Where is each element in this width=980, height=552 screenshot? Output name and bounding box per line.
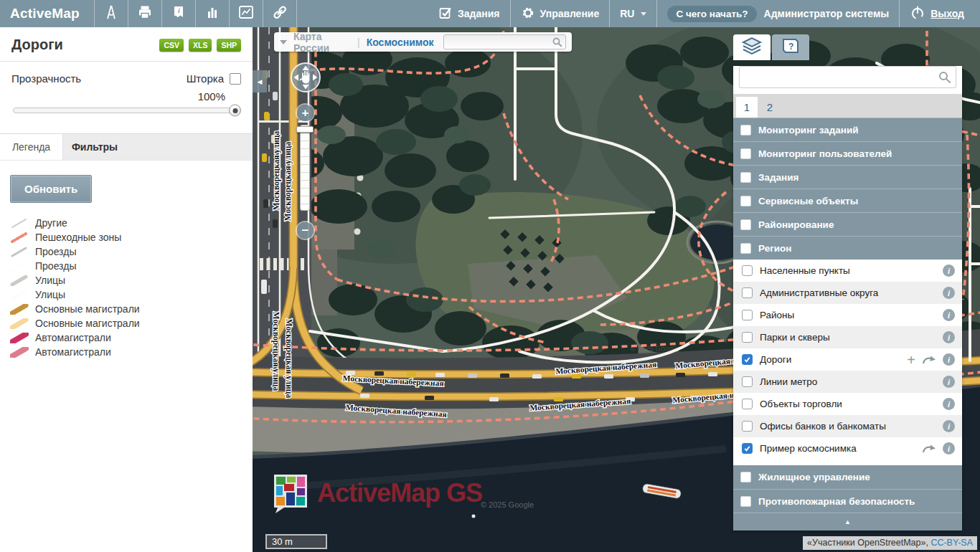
layer-item-row[interactable]: Населенные пунктыi	[733, 260, 962, 282]
tab-map-legend-help[interactable]: ?	[772, 34, 809, 60]
refresh-button[interactable]: Обновить	[10, 175, 92, 203]
language-selector[interactable]: RU	[610, 0, 656, 27]
tab-filters[interactable]: Фильтры	[63, 134, 126, 160]
measure-tool-button[interactable]	[95, 0, 128, 27]
tab-legend[interactable]: Легенда	[0, 134, 63, 160]
add-object-icon[interactable]: +	[907, 353, 915, 367]
zoom-to-layer-icon[interactable]	[922, 355, 936, 365]
layer-group-row[interactable]: Регион	[733, 236, 962, 260]
zoom-slider-track[interactable]	[300, 125, 310, 211]
search-icon[interactable]	[938, 70, 952, 87]
layer-group-checkbox[interactable]	[740, 472, 751, 482]
layer-info-icon[interactable]: i	[943, 420, 955, 432]
attribution: «Участники OpenStreetMap», CC-BY-SA	[803, 536, 977, 550]
layer-checkbox[interactable]	[742, 287, 753, 298]
export-shp-badge[interactable]: SHP	[217, 39, 241, 52]
layer-group-row[interactable]: Мониторинг пользователей	[733, 141, 962, 165]
layer-group-checkbox[interactable]	[740, 219, 751, 230]
layer-page-tab-1[interactable]: 1	[736, 97, 758, 118]
layer-row-actions: i	[943, 398, 955, 410]
logout-button[interactable]: Выход	[900, 0, 980, 27]
layer-group-checkbox[interactable]	[740, 148, 751, 159]
pan-control[interactable]	[290, 62, 321, 96]
layer-group-row[interactable]: Мониторинг заданий	[733, 118, 962, 141]
layer-checkbox[interactable]	[742, 354, 753, 365]
search-icon[interactable]	[552, 37, 563, 51]
layer-item-row[interactable]: Линии метроi	[733, 371, 962, 393]
management-menu-button[interactable]: Управление	[511, 0, 610, 27]
transparency-slider[interactable]	[13, 108, 240, 113]
legend-item: Улицы	[10, 273, 242, 287]
layer-checkbox[interactable]	[742, 332, 753, 343]
layer-group-row[interactable]: Районирование	[733, 212, 962, 236]
layer-item-row[interactable]: Дороги+i	[733, 348, 962, 371]
layer-group-checkbox[interactable]	[740, 196, 751, 206]
export-xls-badge[interactable]: XLS	[189, 39, 212, 52]
layer-checkbox[interactable]	[742, 399, 753, 409]
layer-item-row[interactable]: Районыi	[733, 304, 962, 326]
layer-group-row[interactable]: Противопожарная безопасность	[733, 489, 962, 513]
layer-info-icon[interactable]: i	[943, 398, 955, 410]
layer-group-checkbox[interactable]	[740, 125, 751, 135]
collapse-left-panel-button[interactable]: ◀	[253, 70, 267, 92]
layer-info-icon[interactable]: i	[943, 287, 955, 299]
print-button[interactable]	[128, 0, 161, 27]
export-csv-badge[interactable]: CSV	[159, 39, 184, 52]
legend-item-label: Проезды	[35, 246, 76, 257]
layer-checkbox[interactable]	[742, 376, 753, 387]
layer-row-actions: i	[943, 331, 955, 343]
tasks-menu-button[interactable]: Задания	[428, 0, 509, 27]
transparency-slider-handle[interactable]	[229, 105, 241, 117]
activemap-gs-watermark: ActiveMap GS	[271, 472, 482, 515]
zoom-in-button[interactable]: +	[297, 105, 314, 121]
layer-checkbox[interactable]	[742, 421, 753, 432]
manual-button[interactable]: i	[162, 0, 195, 27]
app-logo[interactable]: ActiveMap	[0, 0, 94, 27]
statistics-button[interactable]	[196, 0, 229, 27]
layer-info-icon[interactable]: i	[943, 331, 955, 343]
curtain-checkbox[interactable]	[230, 73, 241, 85]
layer-group-row[interactable]: Сервисные объекты	[733, 189, 962, 212]
layer-group-checkbox[interactable]	[740, 496, 751, 507]
basemap-option-russia[interactable]: Карта России	[293, 31, 351, 54]
layer-info-icon[interactable]: i	[943, 353, 955, 366]
map-viewport[interactable]: Москворецкая улица Москворецкая улица Мо…	[253, 27, 980, 552]
layer-group-row[interactable]: Задания	[733, 165, 962, 189]
layer-checkbox[interactable]	[742, 265, 753, 276]
share-link-button[interactable]	[263, 0, 296, 27]
layer-item-row[interactable]: Офисы банков и банкоматыi	[733, 415, 962, 437]
zoom-slider-handle[interactable]	[296, 126, 314, 133]
basemap-option-satellite[interactable]: Космоснимок	[367, 37, 434, 48]
getting-started-button[interactable]: С чего начать?	[667, 6, 756, 22]
layer-group-checkbox[interactable]	[740, 172, 751, 183]
layer-item-row[interactable]: Объекты торговлиi	[733, 393, 962, 415]
map-search-input[interactable]	[444, 36, 565, 49]
layer-item-row[interactable]: Парки и скверыi	[733, 326, 962, 348]
layers-search-input[interactable]	[740, 67, 956, 87]
layer-info-icon[interactable]: i	[943, 265, 955, 277]
layer-item-row[interactable]: Административные округаi	[733, 282, 962, 304]
layer-info-icon[interactable]: i	[943, 442, 955, 455]
attribution-license-link[interactable]: CC-BY-SA	[930, 538, 973, 548]
layer-info-icon[interactable]: i	[943, 376, 955, 388]
layer-group-row[interactable]: Жилищное управление	[733, 465, 962, 489]
legend-list: ДругиеПешеходные зоныПроездыПроездыУлицы…	[10, 216, 242, 359]
layer-info-icon[interactable]: i	[943, 309, 955, 321]
collapse-layers-panel-button[interactable]: ▲	[733, 513, 962, 530]
legend-item: Улицы	[10, 287, 242, 302]
zoom-to-layer-icon[interactable]	[922, 444, 936, 454]
current-user[interactable]: Администратор системы	[761, 0, 900, 27]
layer-checkbox[interactable]	[742, 443, 753, 454]
management-label: Управление	[540, 8, 600, 19]
layer-group-checkbox[interactable]	[740, 243, 751, 254]
chevron-down-icon[interactable]	[280, 40, 287, 44]
tab-layers[interactable]	[733, 34, 771, 60]
zoom-out-button[interactable]: −	[297, 222, 314, 239]
chart-button[interactable]	[230, 0, 263, 27]
layer-row-actions: i	[943, 420, 955, 432]
layer-item-row[interactable]: Пример космоснимкаi	[733, 437, 962, 460]
layer-item-label: Парки и скверы	[760, 332, 830, 343]
layer-checkbox[interactable]	[742, 310, 753, 320]
transparency-value: 100%	[11, 90, 225, 103]
layer-page-tab-2[interactable]: 2	[759, 97, 781, 118]
